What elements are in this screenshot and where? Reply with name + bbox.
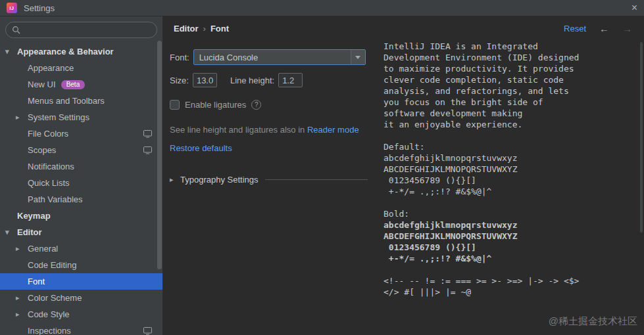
close-icon[interactable]: × [632, 3, 637, 13]
chevron-right-icon[interactable]: ▸ [16, 113, 28, 122]
sidebar-item-editor[interactable]: ▾Editor [0, 224, 162, 240]
settings-window: IJ Settings × ▾Appearance & BehaviorAppe… [0, 0, 644, 335]
sidebar-item-path-variables[interactable]: Path Variables [0, 191, 162, 208]
chevron-down-icon [355, 56, 360, 59]
sidebar-item-label: File Colors [28, 129, 68, 139]
breadcrumb-separator-icon: › [203, 24, 206, 34]
font-row: Font: Lucida Console [170, 49, 368, 65]
sidebar-item-label: New UI [28, 79, 56, 89]
font-family-dropdown[interactable]: Lucida Console [193, 49, 366, 65]
preview-line: </> #[ |||> |= ~@ [384, 286, 644, 298]
reader-mode-link[interactable]: Reader mode [307, 125, 359, 135]
sidebar-item-label: Appearance & Behavior [17, 47, 114, 56]
typography-settings-section[interactable]: ▸ Typography Settings [170, 175, 368, 185]
preview-line: Default: [384, 141, 644, 152]
sidebar-item-label: Menus and Toolbars [28, 96, 105, 106]
hint-text: See line height and ligatures also in [170, 125, 307, 135]
watermark: @稀土掘金技术社区 [549, 315, 637, 326]
beta-badge: Beta [61, 80, 86, 89]
chevron-down-icon[interactable]: ▾ [5, 47, 17, 56]
typography-settings-label: Typography Settings [180, 175, 259, 185]
size-label: Size: [170, 76, 189, 85]
breadcrumb: Editor › Font Reset ← → [163, 16, 644, 40]
help-icon[interactable]: ? [251, 100, 261, 110]
sidebar-item-label: Quick Lists [28, 178, 70, 188]
chevron-right-icon[interactable]: ▸ [170, 175, 180, 184]
sidebar-item-keymap[interactable]: Keymap [0, 208, 162, 224]
settings-tree: ▾Appearance & BehaviorAppearanceNew UIBe… [0, 43, 162, 335]
preview-line: <!-- -- != := === >= >- >=> |-> -> <$> [384, 275, 644, 286]
sidebar-item-scopes[interactable]: Scopes [0, 142, 162, 158]
preview-line: 0123456789 (){}[] [384, 242, 644, 253]
preview-line: clever code completion, static code [384, 74, 644, 85]
sidebar-item-label: Code Editing [28, 260, 76, 270]
preview-line: 0123456789 (){}[] [384, 175, 644, 186]
sidebar-scrollbar[interactable] [157, 41, 162, 269]
back-arrow-icon[interactable]: ← [599, 24, 609, 34]
sidebar-item-label: Font [28, 277, 45, 286]
ligatures-row: Enable ligatures ? [170, 100, 368, 110]
sidebar-item-inspections[interactable]: Inspections [0, 323, 162, 335]
chevron-right-icon[interactable]: ▸ [16, 310, 28, 319]
sidebar-item-color-scheme[interactable]: ▸Color Scheme [0, 290, 162, 306]
sidebar-item-notifications[interactable]: Notifications [0, 158, 162, 175]
sidebar-item-appearance[interactable]: Appearance [0, 60, 162, 76]
forward-arrow-icon[interactable]: → [622, 24, 632, 34]
chevron-down-icon[interactable]: ▾ [5, 228, 17, 236]
intellij-logo-icon: IJ [7, 3, 17, 13]
sidebar-item-label: Notifications [28, 162, 74, 171]
preview-line: to maximize productivity. It provides [384, 63, 644, 74]
breadcrumb-font: Font [211, 24, 229, 34]
preview-pane: IntelliJ IDEA is an IntegratedDevelopmen… [377, 40, 644, 335]
font-label: Font: [170, 53, 189, 62]
sidebar-item-code-style[interactable]: ▸Code Style [0, 306, 162, 323]
preview-line: it an enjoyable experience. [384, 119, 644, 130]
sidebar-item-system-settings[interactable]: ▸System Settings [0, 109, 162, 125]
sidebar-item-font[interactable]: Font [0, 273, 162, 290]
section-divider [265, 179, 368, 180]
sidebar-item-menus-and-toolbars[interactable]: Menus and Toolbars [0, 93, 162, 109]
sidebar-item-label: Scopes [28, 145, 56, 155]
reset-link[interactable]: Reset [564, 24, 586, 34]
preview-line: abcdefghijklmnopqrstuvwxyz [384, 219, 644, 231]
preview-line: Bold: [384, 208, 644, 219]
font-settings-form: Font: Lucida Console Size: Line height: [163, 40, 377, 335]
breadcrumb-editor[interactable]: Editor [174, 24, 199, 34]
preview-line: ABCDEFGHIJKLMNOPQRSTUVWXYZ [384, 231, 644, 242]
preview-line: IntelliJ IDEA is an Integrated [384, 41, 644, 52]
preview-line: +-*/= .,;:!? #&$%@|^ [384, 253, 644, 264]
main-panel: Editor › Font Reset ← → Font: Lucida Con… [163, 16, 644, 335]
screen-icon [143, 146, 152, 154]
sidebar-item-label: Keymap [17, 211, 51, 221]
settings-sidebar: ▾Appearance & BehaviorAppearanceNew UIBe… [0, 16, 163, 335]
enable-ligatures-checkbox[interactable] [170, 100, 180, 110]
search-icon [12, 26, 20, 34]
chevron-right-icon[interactable]: ▸ [16, 294, 28, 302]
sidebar-item-general[interactable]: ▸General [0, 240, 162, 257]
preview-line: abcdefghijklmnopqrstuvwxyz [384, 152, 644, 164]
line-height-input[interactable] [278, 73, 303, 87]
preview-line: you focus on the bright side of [384, 97, 644, 108]
enable-ligatures-label: Enable ligatures [185, 100, 246, 110]
sidebar-item-label: Appearance [28, 63, 74, 73]
sidebar-item-code-editing[interactable]: Code Editing [0, 257, 162, 273]
search-input[interactable] [24, 25, 151, 35]
sidebar-item-label: General [28, 244, 58, 254]
sidebar-item-new-ui[interactable]: New UIBeta [0, 76, 162, 93]
sidebar-item-file-colors[interactable]: File Colors [0, 125, 162, 142]
sidebar-item-label: Editor [17, 227, 42, 237]
settings-search-box[interactable] [5, 22, 157, 38]
preview-line: software development making [384, 108, 644, 119]
chevron-right-icon[interactable]: ▸ [16, 244, 28, 253]
sidebar-item-label: Code Style [28, 309, 70, 319]
dropdown-arrow-button[interactable] [351, 50, 365, 64]
preview-scrollbar[interactable] [640, 42, 643, 233]
sidebar-item-label: Path Variables [28, 194, 83, 204]
line-height-label: Line height: [230, 76, 274, 85]
sidebar-item-quick-lists[interactable]: Quick Lists [0, 175, 162, 191]
restore-defaults-link[interactable]: Restore defaults [170, 143, 232, 153]
preview-line: Development Environment (IDE) designed [384, 52, 644, 63]
font-size-input[interactable] [193, 73, 217, 87]
sidebar-item-appearance-behavior[interactable]: ▾Appearance & Behavior [0, 43, 162, 60]
sidebar-item-label: System Settings [28, 112, 89, 122]
